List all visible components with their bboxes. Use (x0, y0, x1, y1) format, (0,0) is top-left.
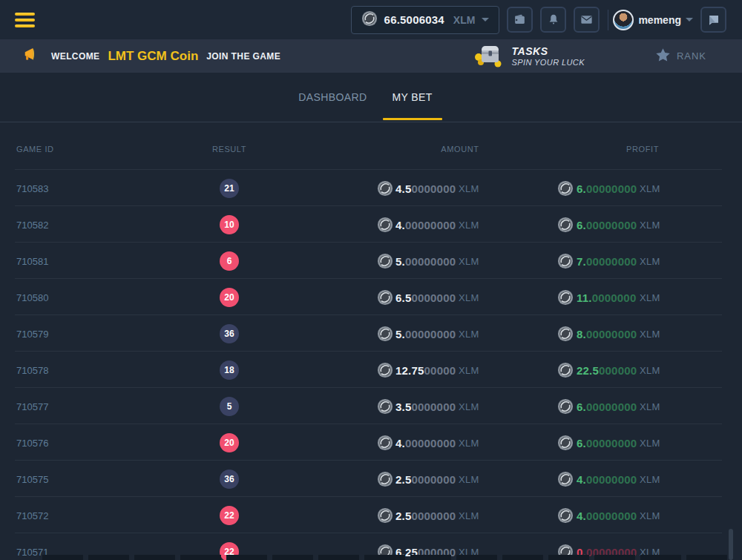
amount-value: 2.50000000 (395, 472, 456, 485)
col-profit: PROFIT (626, 145, 659, 154)
profit-value: 22.5000000 (577, 363, 637, 376)
stellar-coin-icon (557, 180, 574, 197)
profit-currency: XLM (640, 328, 660, 339)
game-id: 710577 (16, 401, 48, 412)
amount-currency: XLM (459, 255, 479, 266)
profit-currency: XLM (640, 510, 660, 521)
game-id: 710582 (16, 219, 48, 230)
treasure-chest-icon (473, 42, 505, 70)
stellar-coin-icon (377, 507, 393, 524)
bet-row[interactable]: 710579 36 5.00000000 XLM 8.00000000 XLM (0, 315, 742, 352)
bet-table: GAME ID RESULT AMOUNT PROFIT 710583 21 4… (0, 122, 742, 560)
welcome-suffix: JOIN THE GAME (206, 51, 280, 62)
tasks-widget[interactable]: TASKS SPIN YOUR LUCK (473, 42, 585, 70)
stellar-coin-icon (557, 362, 574, 378)
stellar-coin-icon (557, 507, 574, 524)
amount-currency: XLM (459, 473, 479, 484)
result-badge: 36 (220, 324, 239, 343)
amount-value: 2.50000000 (395, 509, 456, 521)
game-id: 710578 (16, 364, 48, 375)
stellar-coin-icon (557, 326, 574, 342)
user-menu[interactable]: memeng (613, 10, 693, 30)
bet-row[interactable]: 710572 22 2.50000000 XLM 4.00000000 XLM (0, 497, 742, 533)
rank-widget[interactable]: RANK (655, 47, 706, 65)
result-badge: 10 (220, 215, 239, 234)
wallet-button[interactable] (507, 7, 533, 33)
stellar-coin-icon (377, 326, 393, 342)
bet-row[interactable]: 710582 10 4.00000000 XLM 6.00000000 XLM (0, 206, 742, 243)
stellar-coin-icon (377, 398, 393, 415)
bet-row[interactable]: 710580 20 6.50000000 XLM 11.0000000 XLM (0, 279, 742, 315)
bet-table-header: GAME ID RESULT AMOUNT PROFIT (0, 122, 742, 170)
profit-currency: XLM (640, 182, 660, 194)
chevron-down-icon (482, 18, 489, 22)
profit-currency: XLM (640, 364, 660, 375)
megaphone-icon (22, 47, 39, 65)
stellar-coin-icon (377, 289, 393, 306)
amount-currency: XLM (459, 510, 479, 521)
profit-value: 8.00000000 (577, 327, 637, 340)
result-badge: 18 (220, 360, 239, 380)
star-icon (655, 47, 671, 65)
bet-row[interactable]: 710576 20 4.00000000 XLM 6.00000000 XLM (0, 424, 742, 461)
game-id: 710579 (16, 328, 48, 339)
tasks-title: TASKS (512, 45, 585, 57)
balance-value: 66.5006034 (384, 13, 444, 26)
amount-value: 6.50000000 (395, 291, 456, 303)
profit-currency: XLM (640, 219, 660, 230)
amount-value: 4.00000000 (395, 436, 456, 449)
profit-value: 4.00000000 (577, 509, 637, 521)
notifications-button[interactable] (540, 7, 566, 33)
balance-currency: XLM (453, 14, 476, 26)
mail-icon (580, 13, 594, 27)
col-game-id: GAME ID (16, 145, 54, 154)
banner-right-group: TASKS SPIN YOUR LUCK RANK (473, 42, 742, 70)
bet-row[interactable]: 710581 6 5.00000000 XLM 7.00000000 XLM (0, 243, 742, 279)
bet-row[interactable]: 710577 5 3.50000000 XLM 6.00000000 XLM (0, 388, 742, 424)
messages-button[interactable] (574, 7, 600, 33)
stellar-coin-icon (377, 217, 393, 233)
result-badge: 22 (220, 506, 239, 525)
profit-value: 7.00000000 (577, 254, 637, 267)
result-badge: 20 (220, 288, 239, 307)
stellar-coin-icon (557, 435, 574, 451)
tab-bar: DASHBOARD MY BET (0, 73, 742, 122)
tab-dashboard[interactable]: DASHBOARD (297, 73, 368, 122)
app-root: 66.5006034 XLM m (0, 0, 742, 560)
amount-value: 12.7500000 (395, 363, 456, 376)
bet-row[interactable]: 710575 36 2.50000000 XLM 4.00000000 XLM (0, 461, 742, 497)
amount-value: 4.50000000 (395, 182, 456, 194)
hamburger-menu-icon[interactable] (15, 13, 35, 27)
amount-currency: XLM (459, 364, 479, 375)
bell-icon (547, 13, 560, 27)
scrollbar-thumb[interactable] (729, 529, 733, 560)
stellar-coin-icon (377, 435, 393, 451)
chevron-down-icon (686, 18, 693, 22)
game-id: 710572 (16, 510, 48, 521)
chat-button[interactable] (700, 7, 726, 33)
bet-row[interactable]: 710583 21 4.50000000 XLM 6.00000000 XLM (0, 170, 742, 206)
wallet-icon (513, 13, 527, 27)
game-id: 710576 (16, 437, 48, 448)
col-result: RESULT (212, 145, 246, 154)
rank-label: RANK (677, 50, 706, 62)
result-badge: 6 (220, 251, 239, 271)
stellar-coin-icon (557, 253, 574, 269)
amount-value: 5.00000000 (395, 327, 456, 340)
bet-table-body: 710583 21 4.50000000 XLM 6.00000000 XLM … (0, 170, 742, 560)
profit-currency: XLM (640, 473, 660, 484)
stellar-coin-icon (557, 471, 574, 487)
bet-row[interactable]: 710578 18 12.7500000 XLM 22.5000000 XLM (0, 352, 742, 388)
amount-value: 5.00000000 (395, 254, 456, 267)
profit-value: 4.00000000 (577, 472, 637, 485)
game-id: 710575 (16, 473, 48, 484)
stellar-coin-icon (377, 253, 393, 269)
profit-currency: XLM (640, 255, 660, 266)
avatar (613, 10, 634, 30)
coin-name: LMT GCM Coin (108, 49, 198, 64)
balance-selector[interactable]: 66.5006034 XLM (351, 6, 500, 34)
stellar-coin-icon (557, 289, 574, 306)
chat-bubble-icon (707, 13, 720, 27)
tab-my-bet[interactable]: MY BET (391, 73, 434, 122)
tasks-text: TASKS SPIN YOUR LUCK (512, 45, 585, 67)
